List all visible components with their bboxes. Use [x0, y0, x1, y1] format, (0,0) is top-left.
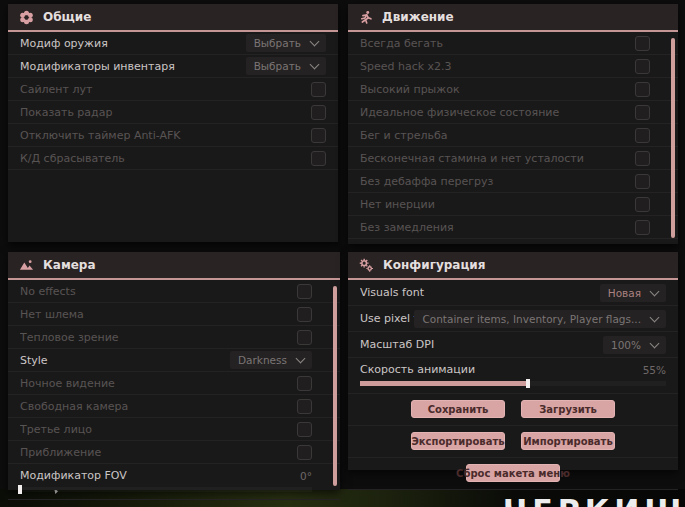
settings-row[interactable]: Use pixel font for Container items, Inve…	[348, 306, 678, 332]
slider-handle[interactable]	[526, 379, 530, 388]
settings-row[interactable]: Скорость анимации 55% 55%	[348, 358, 678, 394]
row-label: Speed hack x2.3	[360, 60, 635, 73]
vertical-scrollbar[interactable]	[671, 38, 675, 238]
gears-icon	[359, 258, 374, 273]
settings-row[interactable]: Без дебаффа перегруз	[348, 170, 678, 193]
checkbox[interactable]	[311, 128, 326, 143]
checkbox[interactable]	[297, 307, 312, 322]
row-label: Бег и стрельба	[360, 129, 635, 142]
panel-general: Общие Модиф оружия Выбрать Выбрать Мо	[8, 4, 338, 242]
checkbox[interactable]	[297, 284, 312, 299]
chevron-down-icon	[310, 37, 320, 47]
panel-movement-header[interactable]: Движение	[348, 4, 678, 32]
row-label: Сайлент лут	[20, 83, 311, 96]
checkbox[interactable]	[635, 151, 650, 166]
panel-general-header[interactable]: Общие	[8, 4, 338, 32]
checkbox[interactable]	[311, 105, 326, 120]
import-button[interactable]: Импортировать	[521, 432, 615, 450]
flower-icon	[19, 10, 34, 25]
settings-row[interactable]: Отключить таймер Anti-AFK	[8, 124, 338, 147]
checkbox[interactable]	[635, 105, 650, 120]
settings-row[interactable]: Сайлент лут	[8, 78, 338, 101]
panel-title: Конфигурация	[383, 258, 485, 272]
checkbox[interactable]	[297, 399, 312, 414]
checkbox[interactable]	[297, 330, 312, 345]
checkbox[interactable]	[635, 36, 650, 51]
row-label: Всегда бегать	[360, 37, 635, 50]
checkbox[interactable]	[635, 220, 650, 235]
row-label: Нет шлема	[20, 308, 297, 321]
chevron-down-icon	[650, 312, 660, 322]
settings-row[interactable]: Третье лицо	[8, 418, 340, 441]
settings-row[interactable]: Ночное видение	[8, 372, 340, 395]
slider-handle[interactable]	[18, 485, 22, 494]
load-button[interactable]: Загрузить	[521, 400, 615, 418]
settings-row[interactable]: Нет шлема	[8, 303, 340, 326]
panel-title: Камера	[43, 258, 96, 272]
dropdown[interactable]: Выбрать	[246, 57, 326, 75]
settings-row[interactable]: Масштаб DPI 100% 100%	[348, 332, 678, 358]
settings-row[interactable]: Модиф оружия Выбрать Выбрать	[8, 32, 338, 55]
runner-icon	[359, 10, 373, 25]
button-row: Экспортировать Импортировать	[348, 426, 678, 458]
checkbox[interactable]	[311, 151, 326, 166]
button-row: Сброс макета меню	[348, 458, 678, 490]
panel-movement: Движение Всегда бегать Speed hack x	[348, 4, 678, 244]
settings-row[interactable]: Свободная камера	[8, 395, 340, 418]
checkbox[interactable]	[297, 376, 312, 391]
settings-row[interactable]: Бег и стрельба	[348, 124, 678, 147]
panel-camera-header[interactable]: Камера	[8, 252, 340, 280]
panel-title: Движение	[382, 10, 454, 24]
dropdown-value: 100%	[611, 339, 641, 351]
config-actions: Сохранить Загрузить Экспортировать Импор…	[348, 394, 678, 490]
checkbox[interactable]	[635, 197, 650, 212]
checkbox[interactable]	[635, 82, 650, 97]
checkbox[interactable]	[635, 128, 650, 143]
checkbox[interactable]	[635, 174, 650, 189]
panel-config-header[interactable]: Конфигурация	[348, 252, 678, 280]
settings-row[interactable]: Style Darkness Darkness	[8, 349, 340, 372]
row-label: Тепловое зрение	[20, 331, 297, 344]
settings-row[interactable]: Тепловое зрение	[8, 326, 340, 349]
settings-row[interactable]: Модификаторы инвентаря Выбрать Выбрать	[8, 55, 338, 78]
row-label: Скорость анимации	[360, 363, 643, 376]
dropdown[interactable]: Выбрать	[246, 34, 326, 52]
slider[interactable]	[20, 486, 312, 493]
settings-row[interactable]: Бесконечная стамина и нет усталости	[348, 147, 678, 170]
settings-row[interactable]: Высокий прыжок	[348, 78, 678, 101]
slider[interactable]	[360, 380, 666, 387]
settings-row[interactable]: Speed hack x2.3	[348, 55, 678, 78]
checkbox[interactable]	[297, 445, 312, 460]
checkbox[interactable]	[635, 59, 650, 74]
export-button[interactable]: Экспортировать	[411, 432, 505, 450]
checkbox[interactable]	[297, 422, 312, 437]
row-label: Приближение	[20, 446, 297, 459]
settings-row[interactable]: Всегда бегать	[348, 32, 678, 55]
dropdown[interactable]: Darkness	[230, 351, 312, 369]
settings-row[interactable]: Без замедления	[348, 216, 678, 239]
row-label: Модификаторы инвентаря	[20, 60, 246, 73]
settings-row[interactable]: Идеальное физическое состояние	[348, 101, 678, 124]
settings-row[interactable]: No effects	[8, 280, 340, 303]
row-label: Нет инерции	[360, 198, 635, 211]
chevron-down-icon	[310, 60, 320, 70]
settings-row[interactable]: К/Д сбрасыватель	[8, 147, 338, 170]
row-label: К/Д сбрасыватель	[20, 152, 311, 165]
row-label: Отключить таймер Anti-AFK	[20, 129, 311, 142]
reset-menu-layout-button[interactable]: Сброс макета меню	[466, 464, 560, 482]
settings-row[interactable]: Показать радар	[8, 101, 338, 124]
settings-row[interactable]: Приближение	[8, 441, 340, 464]
settings-row[interactable]: Нет инерции	[348, 193, 678, 216]
checkbox[interactable]	[311, 82, 326, 97]
vertical-scrollbar[interactable]	[333, 286, 337, 486]
row-label: No effects	[20, 285, 297, 298]
dropdown-value: Выбрать	[254, 60, 301, 72]
dropdown[interactable]: Новая	[600, 284, 666, 302]
save-button[interactable]: Сохранить	[411, 400, 505, 418]
panel-title: Общие	[43, 10, 91, 24]
dropdown[interactable]: 100%	[603, 336, 666, 354]
row-label: Visuals font	[360, 286, 600, 299]
settings-row[interactable]: Модификатор FOV 0° 0°	[8, 464, 340, 500]
dropdown[interactable]: Container items, Inventory, Player flags…	[414, 310, 666, 328]
settings-row[interactable]: Visuals font Новая Новая	[348, 280, 678, 306]
